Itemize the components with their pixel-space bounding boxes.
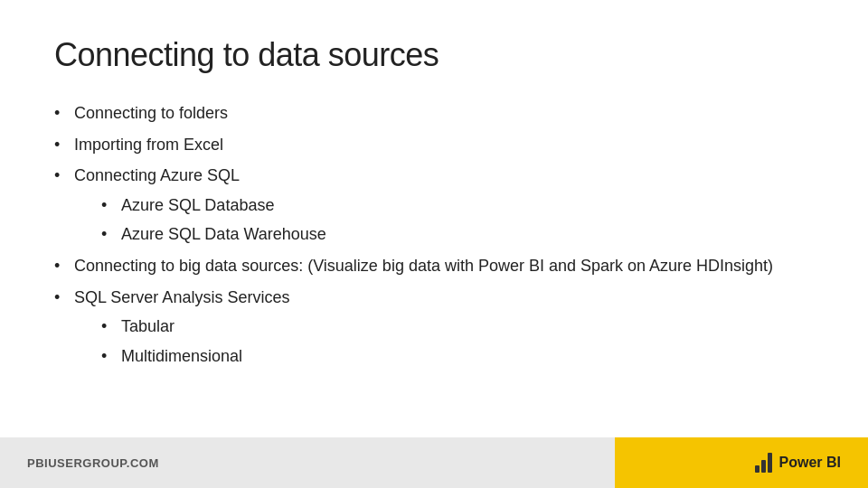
- bar-icon: [768, 453, 772, 473]
- list-item: Connecting to big data sources: (Visuali…: [54, 252, 814, 280]
- slide-title: Connecting to data sources: [54, 36, 814, 74]
- sub-bullet-list: Azure SQL Database Azure SQL Data Wareho…: [101, 192, 814, 249]
- sub-list-item: Azure SQL Data Warehouse: [101, 221, 814, 249]
- slide-content: Connecting to folders Importing from Exc…: [54, 99, 814, 370]
- sub-list-item: Azure SQL Database: [101, 192, 814, 220]
- powerbi-text: Power BI: [779, 455, 841, 471]
- bullet-text: Connecting to big data sources: (Visuali…: [74, 257, 773, 275]
- main-bullet-list: Connecting to folders Importing from Exc…: [54, 99, 814, 370]
- sub-bullet-list: Tabular Multidimensional: [101, 313, 814, 370]
- list-item: Connecting to folders: [54, 99, 814, 127]
- bullet-text: SQL Server Analysis Services: [74, 288, 289, 306]
- list-item: Connecting Azure SQL Azure SQL Database …: [54, 162, 814, 249]
- footer-left: PBIUSERGROUP.COM: [0, 437, 615, 488]
- sub-list-item: Multidimensional: [101, 343, 814, 371]
- bullet-text: Connecting to folders: [74, 104, 228, 122]
- powerbi-icon-graphic: [755, 453, 772, 473]
- footer-logo: PBIUSERGROUP.COM: [27, 456, 159, 470]
- bullet-text: Importing from Excel: [74, 136, 223, 154]
- sub-bullet-text: Azure SQL Database: [121, 196, 274, 214]
- sub-bullet-text: Multidimensional: [121, 347, 242, 365]
- bar-icon: [755, 465, 760, 473]
- sub-bullet-text: Tabular: [121, 317, 175, 335]
- list-item: Importing from Excel: [54, 131, 814, 159]
- footer: PBIUSERGROUP.COM Power BI: [0, 437, 868, 488]
- powerbi-brand: Power BI: [755, 453, 841, 473]
- sub-bullet-text: Azure SQL Data Warehouse: [121, 225, 326, 243]
- sub-list-item: Tabular: [101, 313, 814, 341]
- bullet-text: Connecting Azure SQL: [74, 166, 240, 184]
- footer-right: Power BI: [615, 437, 868, 488]
- list-item: SQL Server Analysis Services Tabular Mul…: [54, 284, 814, 371]
- bar-icon: [761, 460, 766, 473]
- slide: Connecting to data sources Connecting to…: [0, 0, 868, 488]
